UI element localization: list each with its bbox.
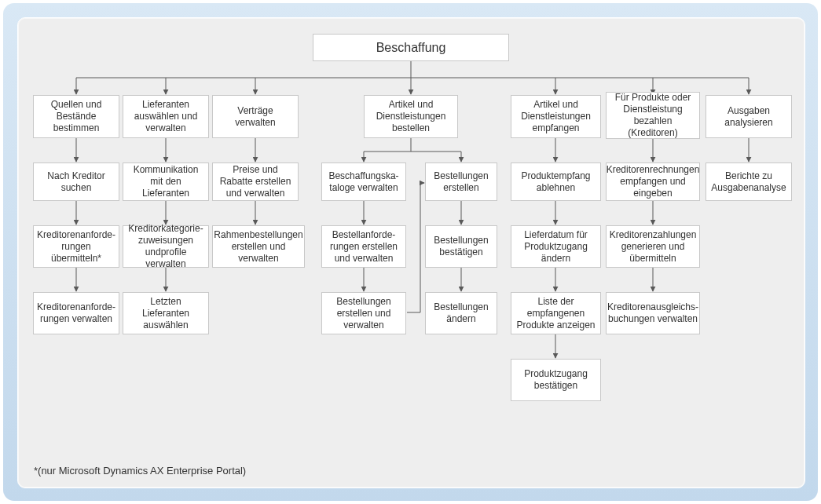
node-c4-right-n3: Bestellungen ändern	[425, 292, 497, 334]
node-c2-header: Lieferanten auswählen und verwalten	[123, 95, 209, 138]
node-c5-header: Artikel und Dienstleistungen empfangen	[511, 95, 601, 138]
node-c6-n1: Kreditorenrechnungen empfangen und einge…	[606, 163, 700, 201]
node-c6-n3: Kreditorenausgleichs-buchungen verwalten	[606, 292, 700, 334]
outer-frame: Beschaffung Quellen und Bestände bestimm…	[3, 3, 818, 501]
node-c4-left-n3: Bestellungen erstellen und verwalten	[321, 292, 406, 334]
node-c4-header: Artikel und Dienstleistungen bestellen	[364, 95, 458, 138]
node-c2-n2: Kreditorkategorie-zuweisungen undprofile…	[123, 225, 209, 268]
node-c2-n3: Letzten Lieferanten auswählen	[123, 292, 209, 334]
node-c5-n4: Produktzugang bestätigen	[511, 359, 601, 401]
node-c4-left-n1: Beschaffungska-taloge verwalten	[321, 163, 406, 201]
node-c4-left-n2: Bestellanforde-rungen erstellen und verw…	[321, 225, 406, 268]
node-c6-n2: Kreditorenzahlungen generieren und überm…	[606, 225, 700, 268]
node-c7-header: Ausgaben analysieren	[706, 95, 792, 138]
node-c1-n1: Nach Kreditor suchen	[33, 163, 119, 201]
node-c4-right-n1: Bestellungen erstellen	[425, 163, 497, 201]
diagram-canvas: Beschaffung Quellen und Bestände bestimm…	[17, 17, 805, 488]
node-c4-right-n2: Bestellungen bestätigen	[425, 225, 497, 268]
node-c3-header: Verträge verwalten	[212, 95, 299, 138]
node-c1-header: Quellen und Bestände bestimmen	[33, 95, 119, 138]
node-c1-n2: Kreditorenanforde-rungen übermitteln*	[33, 225, 119, 268]
footnote: *(nur Microsoft Dynamics AX Enterprise P…	[34, 465, 246, 477]
node-c3-n1: Preise und Rabatte erstellen und verwalt…	[212, 163, 299, 201]
node-c7-n1: Berichte zu Ausgabenanalyse	[706, 163, 792, 201]
node-c6-header: Für Produkte oder Dienstleistung bezahle…	[606, 92, 700, 139]
node-c2-n1: Kommunikation mit den Lieferanten	[123, 163, 209, 201]
node-c5-n2: Lieferdatum für Produktzugang ändern	[511, 225, 601, 268]
node-c5-n3: Liste der empfangenen Produkte anzeigen	[511, 292, 601, 334]
node-c5-n1: Produktempfang ablehnen	[511, 163, 601, 201]
node-root: Beschaffung	[313, 34, 509, 61]
node-c3-n2: Rahmenbestellungen erstellen und verwalt…	[212, 225, 305, 268]
node-c1-n3: Kreditorenanforde-rungen verwalten	[33, 292, 119, 334]
